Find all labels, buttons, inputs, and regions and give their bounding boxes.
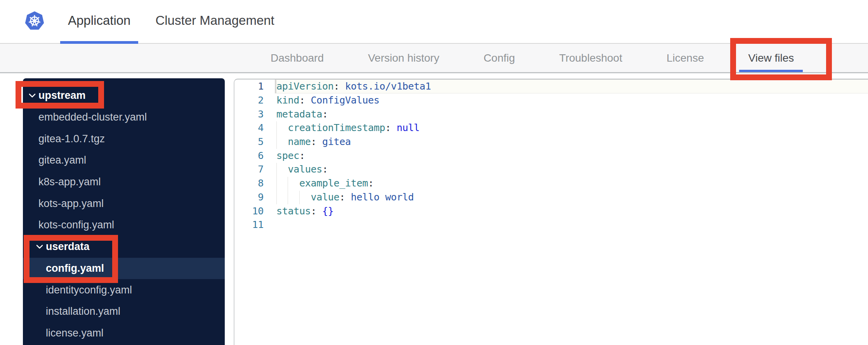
kubernetes-logo-icon [24, 10, 45, 31]
line-content: name: gitea [264, 136, 351, 147]
tree-item-label: userdata [46, 241, 90, 253]
code-line-2: 2kind: ConfigValues [234, 93, 868, 107]
tree-file-k8s-app.yaml[interactable]: k8s-app.yaml [23, 171, 225, 193]
tree-file-config.yaml[interactable]: config.yaml [23, 258, 225, 279]
code-line-11: 11 [234, 218, 868, 232]
file-tree-sidebar: upstreamembedded-cluster.yamlgitea-1.0.7… [23, 78, 225, 345]
nav-tab-label: Config [484, 52, 515, 64]
tree-item-label: config.yaml [46, 262, 104, 274]
kots-admin-console: ApplicationCluster Management DashboardV… [0, 0, 868, 345]
code-line-3: 3metadata: [234, 107, 868, 121]
tree-folder-userdata[interactable]: userdata [23, 236, 225, 258]
nav-tab-version-history[interactable]: Version history [359, 44, 448, 72]
line-content: metadata: [264, 109, 328, 120]
tree-file-embedded-cluster.yaml[interactable]: embedded-cluster.yaml [23, 107, 225, 128]
nav-tab-label: Dashboard [271, 52, 324, 64]
line-content: apiVersion: kots.io/v1beta1 [264, 81, 431, 92]
nav-tab-label: View files [748, 52, 794, 64]
code-line-8: 8 example_item: [234, 176, 868, 190]
tree-file-identityconfig.yaml[interactable]: identityconfig.yaml [23, 279, 225, 301]
line-number: 8 [234, 178, 264, 189]
code-line-6: 6spec: [234, 148, 868, 162]
chevron-down-icon[interactable] [36, 244, 43, 249]
nav-tab-config[interactable]: Config [475, 44, 524, 72]
tree-item-label: license.yaml [46, 327, 104, 339]
code-line-5: 5 name: gitea [234, 135, 868, 149]
yaml-file-viewer[interactable]: 1apiVersion: kots.io/v1beta12kind: Confi… [234, 79, 868, 345]
tree-item-label: identityconfig.yaml [46, 284, 132, 296]
line-content: value: hello world [264, 191, 414, 203]
line-number: 2 [234, 95, 264, 106]
tree-item-label: installation.yaml [46, 305, 120, 317]
nav-tab-license[interactable]: License [658, 44, 713, 72]
active-tab-underline [739, 70, 803, 72]
line-number: 11 [234, 219, 264, 230]
top-bar: ApplicationCluster Management [0, 0, 868, 44]
line-number: 3 [234, 109, 264, 120]
nav-tab-label: Version history [368, 52, 439, 64]
app-nav-bar: DashboardVersion historyConfigTroublesho… [0, 44, 868, 73]
line-content: values: [264, 164, 328, 175]
nav-tab-label: Troubleshoot [559, 52, 622, 64]
line-content: creationTimestamp: null [264, 122, 420, 133]
code-line-9: 9 value: hello world [234, 190, 868, 204]
tree-item-label: kots-config.yaml [38, 219, 114, 231]
line-number: 5 [234, 136, 264, 147]
tree-folder-upstream[interactable]: upstream [23, 85, 225, 107]
code-line-10: 10status: {} [234, 204, 868, 218]
tree-item-label: gitea.yaml [38, 154, 86, 166]
line-number: 1 [234, 81, 264, 92]
tree-file-kots-config.yaml[interactable]: kots-config.yaml [23, 214, 225, 236]
nav-tab-troubleshoot[interactable]: Troubleshoot [550, 44, 631, 72]
line-content: example_item: [264, 178, 374, 189]
tree-item-label: k8s-app.yaml [38, 176, 101, 188]
nav-tab-view-files[interactable]: View files [739, 44, 803, 72]
top-tab-cluster-management[interactable]: Cluster Management [148, 0, 282, 44]
code-line-7: 7 values: [234, 162, 868, 176]
tree-file-gitea.yaml[interactable]: gitea.yaml [23, 150, 225, 171]
line-number: 6 [234, 150, 264, 161]
line-number: 4 [234, 122, 264, 133]
line-content: status: {} [264, 205, 334, 217]
top-tab-bar: ApplicationCluster Management [60, 0, 282, 44]
tree-file-gitea-1.0.7.tgz[interactable]: gitea-1.0.7.tgz [23, 128, 225, 150]
line-content: kind: ConfigValues [264, 95, 380, 106]
code-area: 1apiVersion: kots.io/v1beta12kind: Confi… [234, 79, 868, 232]
code-line-1: 1apiVersion: kots.io/v1beta1 [234, 79, 868, 93]
tree-item-label: embedded-cluster.yaml [38, 111, 147, 123]
tree-file-license.yaml[interactable]: license.yaml [23, 323, 225, 344]
tree-file-installation.yaml[interactable]: installation.yaml [23, 301, 225, 323]
nav-tab-dashboard[interactable]: Dashboard [262, 44, 333, 72]
line-number: 7 [234, 164, 264, 175]
line-number: 9 [234, 191, 264, 203]
top-tab-application[interactable]: Application [60, 0, 138, 44]
tree-file-kots-app.yaml[interactable]: kots-app.yaml [23, 193, 225, 214]
tree-item-label: kots-app.yaml [38, 198, 104, 210]
app-nav-tabs: DashboardVersion historyConfigTroublesho… [0, 44, 868, 72]
nav-tab-label: License [667, 52, 704, 64]
tree-item-label: upstream [38, 90, 86, 102]
line-content: spec: [264, 150, 305, 161]
tree-item-label: gitea-1.0.7.tgz [38, 133, 105, 145]
chevron-down-icon[interactable] [29, 93, 36, 98]
line-number: 10 [234, 205, 264, 217]
code-line-4: 4 creationTimestamp: null [234, 121, 868, 135]
